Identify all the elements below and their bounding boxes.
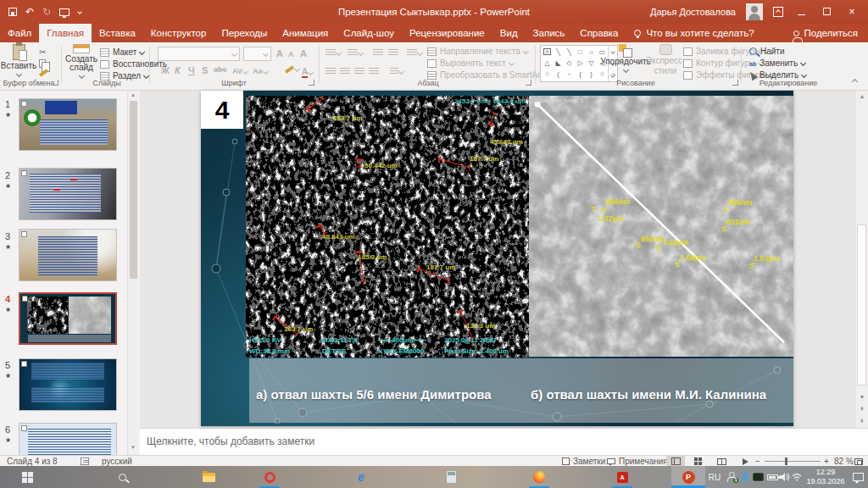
numbering-button[interactable] [348, 49, 363, 57]
clipboard-dialog-launcher[interactable] [53, 80, 58, 86]
editor-scrollbar[interactable]: ▲ ▼ ⇞ ⇟ [854, 91, 868, 455]
grow-font-icon[interactable]: А [276, 48, 283, 58]
slide-thumbnail-1[interactable] [19, 98, 117, 151]
taskbar-search-button[interactable] [105, 466, 139, 488]
shape-icon-diamond[interactable]: ◇ [564, 58, 575, 68]
shape-icon-right-triangle[interactable]: ◣ [553, 58, 564, 68]
ribbon-display-options-icon[interactable] [773, 7, 783, 17]
next-slide-icon[interactable]: ⇟ [855, 418, 868, 424]
character-spacing-button[interactable]: AV [232, 67, 248, 75]
thumbnail-scrollbar[interactable]: ▲ ▼ [127, 91, 138, 455]
underline-button[interactable]: Ч [188, 65, 195, 75]
shape-icon-textbox[interactable]: A [543, 48, 551, 55]
sem-image-left[interactable]: 2452.7 um | 1843.4 um 103.7 um 45.643 um… [246, 96, 529, 358]
notes-placeholder[interactable]: Щелкните, чтобы добавить заметки [147, 435, 314, 447]
font-size-select[interactable] [243, 47, 271, 61]
clear-formatting-icon[interactable] [300, 48, 307, 58]
shape-icon-arrow-down[interactable]: ▽ [586, 58, 597, 68]
share-button[interactable]: Поделиться [793, 24, 868, 42]
caption-bar[interactable]: а) отвал шахты 5/6 имени Димитрова б) от… [249, 358, 793, 423]
justify-button[interactable] [369, 68, 379, 75]
scroll-down-icon[interactable]: ▼ [855, 394, 868, 400]
shape-icon-arrow[interactable]: ╲ [564, 47, 575, 57]
line-spacing-button[interactable] [407, 49, 422, 57]
bullets-button[interactable] [326, 49, 341, 57]
slide-canvas[interactable]: 4 2452.7 um | 1843.4 um 103.7 um 45.643 … [201, 91, 793, 426]
thumb-scroll-up-icon[interactable]: ▲ [131, 92, 136, 97]
tab-design[interactable]: Конструктор [143, 24, 214, 42]
tab-transitions[interactable]: Переходы [214, 24, 275, 42]
collapse-ribbon-icon[interactable] [852, 79, 858, 85]
minimize-button[interactable] [793, 6, 809, 18]
shrink-font-icon[interactable]: А [288, 50, 294, 58]
strikethrough-button[interactable]: abc [214, 65, 227, 74]
scroll-thumb[interactable] [857, 225, 866, 385]
scroll-up-icon[interactable]: ▲ [855, 93, 868, 99]
columns-button[interactable] [390, 68, 403, 75]
tray-people-icon[interactable] [724, 466, 739, 488]
font-name-select[interactable] [158, 47, 240, 61]
slide-thumbnail-4-selected[interactable] [19, 292, 117, 345]
highlight-color-button[interactable] [285, 67, 299, 71]
tell-me-box[interactable]: Что вы хотите сделать? [626, 24, 762, 42]
slide-thumbnail-2[interactable] [19, 168, 117, 220]
replace-button[interactable]: Заменить [749, 58, 805, 68]
tab-review[interactable]: Рецензирование [402, 24, 492, 42]
shape-icon-line[interactable]: ╲ [553, 47, 564, 57]
redo-icon[interactable]: ↻ [42, 7, 51, 17]
tab-animations[interactable]: Анимация [275, 24, 336, 42]
align-left-button[interactable] [326, 68, 336, 75]
notes-pane[interactable]: Щелкните, чтобы добавить заметки [140, 428, 868, 455]
action-center-icon[interactable] [849, 466, 866, 488]
tab-home[interactable]: Главная [39, 24, 92, 42]
quick-styles-button[interactable]: Экспресс- стили [648, 44, 683, 78]
arrange-button[interactable]: Упорядочить [604, 44, 648, 78]
tab-view[interactable]: Вид [492, 24, 526, 42]
tray-network-icon[interactable] [790, 466, 804, 488]
zoom-slider-track[interactable] [765, 461, 821, 462]
increase-indent-button[interactable] [388, 49, 398, 57]
thumb-scroll-thumb[interactable] [130, 101, 137, 279]
zoom-slider-thumb[interactable] [785, 458, 787, 465]
paste-button[interactable]: Вставить [3, 44, 34, 78]
shape-icon-rectangle[interactable]: □ [575, 47, 586, 57]
font-dialog-launcher[interactable] [309, 80, 314, 86]
undo-icon[interactable]: ↶ [25, 7, 34, 17]
customize-qat-icon[interactable] [77, 9, 82, 14]
close-button[interactable]: × [844, 6, 860, 18]
avatar[interactable] [746, 3, 763, 20]
text-direction-button[interactable]: Направление текста [427, 47, 528, 56]
shape-icon-arc[interactable]: ( [553, 69, 564, 79]
tab-record[interactable]: Запись [526, 24, 573, 42]
tray-clock[interactable]: 12:2919.03.2026 [804, 466, 848, 488]
slide-thumbnail-6[interactable] [19, 423, 117, 455]
change-case-button[interactable]: Aa [253, 67, 268, 75]
tab-file[interactable]: Файл [0, 24, 39, 42]
taskbar-ie-button[interactable]: e [344, 466, 378, 488]
slide-thumbnail-3[interactable] [19, 229, 117, 281]
format-painter-button[interactable] [39, 71, 48, 75]
save-icon[interactable] [8, 8, 17, 16]
tab-insert[interactable]: Вставка [92, 24, 143, 42]
maximize-button[interactable] [819, 6, 834, 18]
taskbar-opera-button[interactable] [253, 466, 287, 488]
shape-icon-oval[interactable]: ○ [586, 47, 597, 57]
taskbar-acrobat-button[interactable]: A [605, 466, 639, 488]
text-shadow-button[interactable]: S [202, 65, 208, 75]
tray-language[interactable]: RU [706, 466, 723, 488]
shape-icon-curve[interactable]: ~ [564, 69, 575, 79]
tab-help[interactable]: Справка [572, 24, 626, 42]
shape-icon-freeform[interactable]: ☆ [542, 69, 553, 79]
tray-bluetooth-icon[interactable] [739, 466, 751, 488]
tray-app-icon[interactable] [751, 466, 765, 488]
align-text-button[interactable]: Выровнять текст [427, 58, 514, 68]
shape-icon-brace-left[interactable]: { [575, 69, 586, 79]
slide-thumbnail-5[interactable] [19, 358, 117, 411]
taskbar-firefox-button[interactable] [522, 466, 556, 488]
font-color-button[interactable]: А [302, 67, 313, 78]
previous-slide-icon[interactable]: ⇞ [855, 406, 868, 413]
taskbar-explorer-button[interactable] [192, 466, 225, 488]
new-slide-button[interactable]: Создать слайд [64, 44, 98, 78]
layout-button[interactable]: Макет [100, 47, 144, 57]
shape-icon-arrow-right[interactable]: ▷ [575, 58, 586, 68]
